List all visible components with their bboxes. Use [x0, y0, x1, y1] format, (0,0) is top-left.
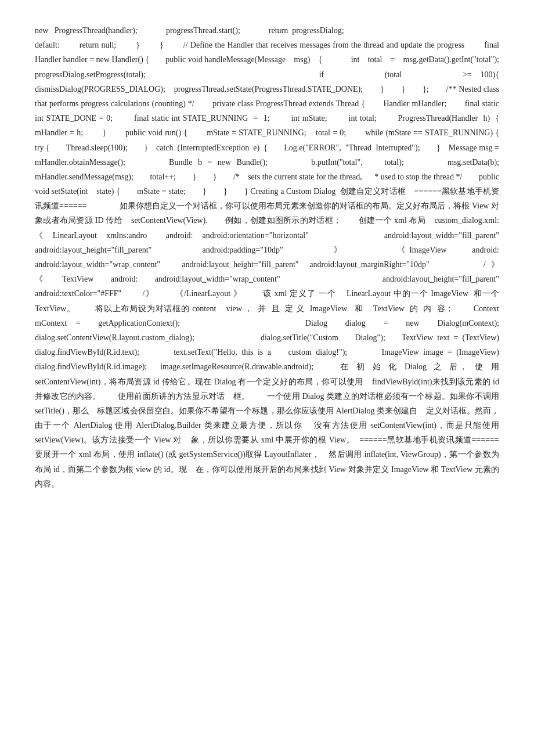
code-text-block: new ProgressThread(handler); progressThr… — [35, 23, 499, 491]
page-content: new ProgressThread(handler); progressThr… — [0, 0, 534, 514]
